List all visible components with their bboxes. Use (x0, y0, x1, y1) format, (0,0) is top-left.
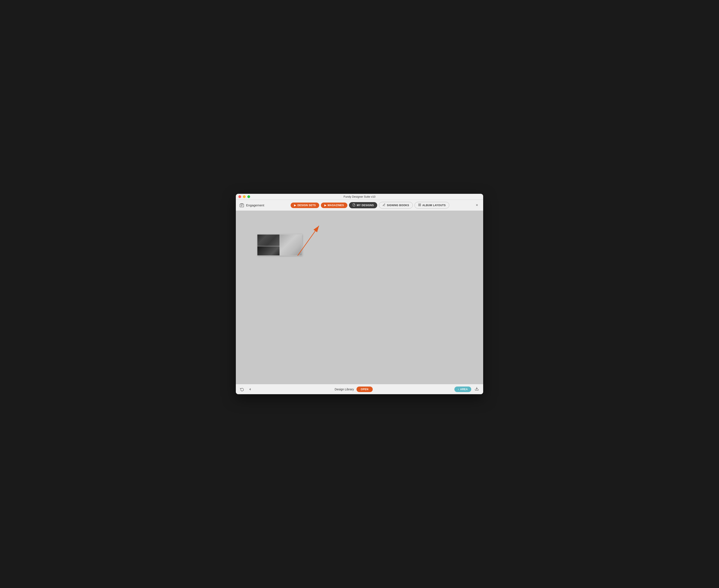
my-designs-icon (353, 203, 356, 207)
open-button[interactable]: OPEN (357, 386, 373, 392)
area-button[interactable]: ‹ AREA (454, 386, 471, 392)
app-logo: Engagement (239, 203, 264, 208)
svg-rect-6 (420, 205, 421, 206)
close-traffic-light[interactable] (238, 195, 241, 198)
album-page-left (257, 234, 280, 255)
signing-books-label: SIGNING BOOKS (387, 204, 409, 207)
close-button[interactable]: × (474, 202, 480, 208)
photo-cell-bottom-left (257, 246, 279, 255)
design-sets-label: DESIGN SETS (297, 204, 316, 207)
album-thumbnail[interactable] (257, 234, 302, 256)
area-label: AREA (460, 388, 468, 391)
toolbar-buttons: ▶ DESIGN SETS ▶ MAGAZINES MY DESIGNS (269, 202, 471, 209)
design-sets-button[interactable]: ▶ DESIGN SETS (291, 203, 319, 208)
close-icon: × (476, 203, 478, 207)
app-window: Fundy Designer Suite v10 Engagement ▶ DE… (236, 194, 483, 394)
design-library-label: Design Library (335, 387, 354, 391)
album-layouts-label: ALBUM LAYOUTS (422, 204, 446, 207)
signing-books-icon (382, 203, 385, 207)
back-button[interactable] (247, 386, 253, 392)
signing-books-button[interactable]: SIGNING BOOKS (379, 202, 413, 209)
title-bar: Fundy Designer Suite v10 (236, 194, 483, 200)
app-logo-icon (239, 203, 245, 208)
traffic-lights (238, 195, 250, 198)
my-designs-button[interactable]: MY DESIGNS (349, 202, 377, 208)
toolbar: Engagement ▶ DESIGN SETS ▶ MAGAZINES MY … (236, 200, 483, 211)
svg-rect-3 (419, 204, 419, 205)
magazines-button[interactable]: ▶ MAGAZINES (321, 203, 347, 208)
bottom-left-icons (239, 386, 253, 392)
bottom-right: ‹ AREA (454, 386, 480, 393)
svg-rect-0 (240, 204, 244, 207)
open-label: OPEN (361, 388, 368, 391)
svg-rect-4 (420, 204, 421, 205)
app-name: Engagement (246, 203, 264, 207)
my-designs-label: MY DESIGNS (357, 204, 374, 207)
album-layouts-button[interactable]: ALBUM LAYOUTS (415, 202, 449, 209)
left-photo-collage (257, 234, 279, 255)
download-button[interactable] (474, 386, 480, 393)
main-content (236, 211, 483, 384)
svg-rect-5 (419, 205, 419, 206)
album-layouts-icon (418, 203, 421, 207)
minimize-traffic-light[interactable] (243, 195, 246, 198)
magazines-chevron: ▶ (324, 204, 326, 207)
photo-cell-top-left (257, 234, 279, 246)
maximize-traffic-light[interactable] (247, 195, 250, 198)
design-sets-chevron: ▶ (294, 204, 296, 207)
album-page-right (280, 234, 302, 255)
magazines-label: MAGAZINES (328, 204, 344, 207)
window-title: Fundy Designer Suite v10 (343, 195, 376, 198)
right-photo (280, 234, 302, 255)
area-chevron-icon: ‹ (458, 388, 459, 391)
refresh-button[interactable] (239, 386, 245, 392)
bottom-bar: Design Library OPEN ‹ AREA (236, 384, 483, 394)
bottom-center: Design Library OPEN (255, 386, 452, 392)
